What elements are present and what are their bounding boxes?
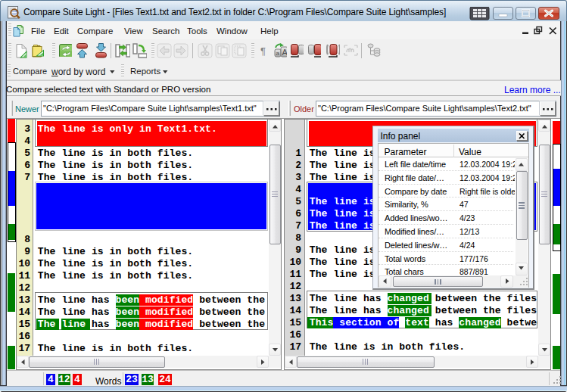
svg-text:A: A <box>282 48 288 57</box>
svg-text:a: a <box>276 50 280 57</box>
